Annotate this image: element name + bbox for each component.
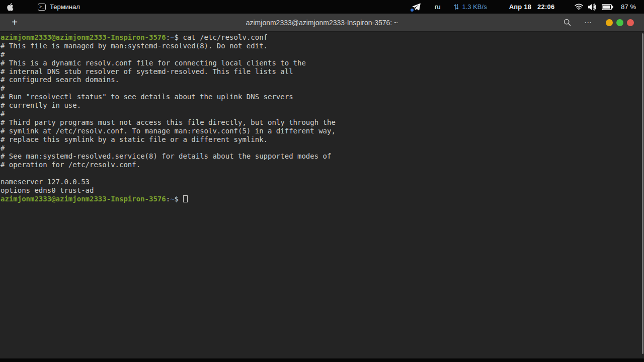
ellipsis-menu-icon: ⋯: [584, 19, 592, 26]
new-tab-button[interactable]: +: [7, 16, 22, 29]
focused-app-menu[interactable]: >_ Терминал: [38, 3, 80, 11]
window-title: azimjonm2333@azimjonm2333-Inspiron-3576:…: [0, 19, 644, 27]
apple-menu[interactable]: [7, 3, 27, 11]
terminal-line: nameserver 127.0.0.53: [1, 178, 336, 186]
terminal-line: #: [1, 110, 336, 118]
terminal-line: # Run "resolvectl status" to see details…: [1, 93, 336, 101]
focused-app-label: Терминал: [50, 3, 80, 11]
terminal-line: azimjonm2333@azimjonm2333-Inspiron-3576:…: [1, 33, 336, 42]
terminal-line: #: [1, 144, 336, 153]
battery-percent-label: 87 %: [621, 3, 636, 11]
terminal-line: #: [1, 50, 336, 59]
terminal-line: # See man:systemd-resolved.service(8) fo…: [1, 152, 336, 161]
top-system-bar: >_ Терминал ru: [0, 0, 644, 14]
search-button[interactable]: [561, 17, 573, 28]
terminal-app-icon: >_: [38, 4, 46, 11]
terminal-line: # symlink at /etc/resolv.conf. To manage…: [1, 127, 336, 135]
terminal-line: # configured search domains.: [1, 76, 336, 84]
keyboard-layout-indicator[interactable]: ru: [435, 3, 441, 11]
terminal-line: # This is a dynamic resolv.conf file for…: [1, 59, 336, 67]
maximize-button[interactable]: [616, 19, 623, 26]
close-button[interactable]: [627, 19, 634, 26]
terminal-line: # operation for /etc/resolv.conf.: [1, 161, 336, 169]
date-label: Апр 18: [509, 3, 531, 11]
topbar-left: >_ Терминал: [0, 3, 80, 11]
terminal-line: options edns0 trust-ad: [1, 186, 336, 195]
terminal-screen[interactable]: azimjonm2333@azimjonm2333-Inspiron-3576:…: [0, 32, 644, 358]
network-speed-indicator[interactable]: 1.3 KB/s: [454, 3, 487, 11]
network-speed-label: 1.3 KB/s: [462, 3, 487, 11]
bottom-screen-edge: [0, 358, 644, 362]
terminal-output: azimjonm2333@azimjonm2333-Inspiron-3576:…: [1, 33, 336, 203]
minimize-button[interactable]: [606, 19, 613, 26]
volume-icon: [588, 4, 597, 11]
battery-icon: [602, 4, 613, 10]
terminal-headerbar: + azimjonm2333@azimjonm2333-Inspiron-357…: [0, 14, 644, 32]
clock[interactable]: Апр 18 22:06: [509, 3, 555, 11]
telegram-notification-dot: [411, 9, 414, 12]
network-traffic-icon: [454, 4, 459, 10]
headerbar-actions: ⋯: [561, 17, 644, 28]
terminal-cursor: [183, 195, 188, 202]
terminal-line: # internal DNS stub resolver of systemd-…: [1, 67, 336, 76]
terminal-line: # currently in use.: [1, 101, 336, 110]
terminal-line: # replace this symlink by a static file …: [1, 135, 336, 144]
window-controls: [606, 19, 634, 26]
desktop: >_ Терминал ru: [0, 0, 644, 362]
time-label: 22:06: [537, 3, 554, 11]
menu-button[interactable]: ⋯: [583, 17, 594, 28]
terminal-line: #: [1, 84, 336, 93]
search-icon: [564, 19, 571, 26]
system-tray: ru 1.3 KB/s Апр 18 22:06: [412, 3, 644, 11]
terminal-scrollbar[interactable]: [642, 33, 643, 354]
terminal-line: azimjonm2333@azimjonm2333-Inspiron-3576:…: [1, 195, 336, 203]
keyboard-layout-label: ru: [435, 3, 441, 11]
terminal-line: [1, 169, 336, 178]
terminal-line: # Third party programs must not access t…: [1, 118, 336, 127]
wifi-icon: [575, 4, 583, 10]
terminal-line: # This file is managed by man:systemd-re…: [1, 42, 336, 50]
status-icons[interactable]: 87 %: [575, 3, 636, 11]
telegram-tray-item[interactable]: [412, 3, 421, 11]
apple-logo-icon: [7, 3, 14, 11]
